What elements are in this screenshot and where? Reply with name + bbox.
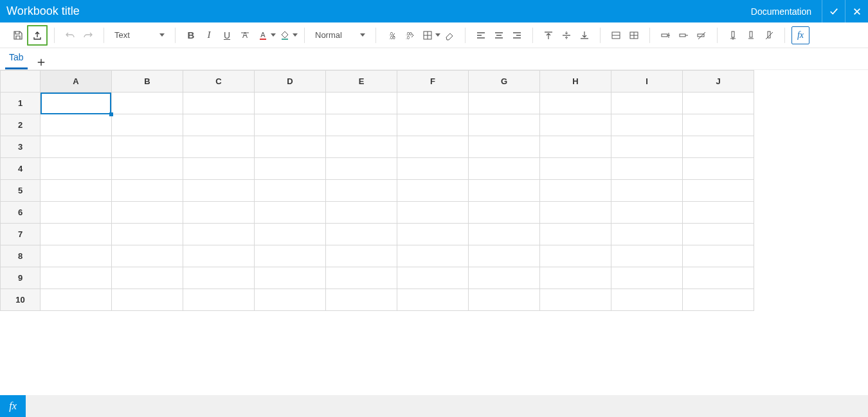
cell[interactable] bbox=[469, 158, 540, 180]
row-header[interactable]: 3 bbox=[1, 136, 41, 158]
cell[interactable] bbox=[540, 224, 611, 245]
cell[interactable] bbox=[112, 267, 183, 289]
font-color-button[interactable]: A bbox=[254, 26, 276, 44]
clear-format-button[interactable] bbox=[440, 26, 458, 44]
column-header[interactable]: J bbox=[683, 71, 754, 93]
align-left-button[interactable] bbox=[472, 26, 490, 44]
cell[interactable] bbox=[112, 289, 183, 311]
column-header[interactable]: F bbox=[397, 71, 469, 93]
cell[interactable] bbox=[41, 180, 112, 202]
cell[interactable] bbox=[683, 202, 754, 224]
cell[interactable] bbox=[255, 136, 326, 158]
cell[interactable] bbox=[397, 93, 469, 114]
cell[interactable] bbox=[112, 245, 183, 267]
selection-handle[interactable] bbox=[109, 112, 113, 116]
cell[interactable] bbox=[183, 114, 255, 136]
cell[interactable] bbox=[540, 267, 611, 289]
column-header[interactable]: G bbox=[469, 71, 540, 93]
cell[interactable] bbox=[41, 136, 112, 158]
cell[interactable] bbox=[469, 202, 540, 224]
unmerge-cells-button[interactable] bbox=[625, 26, 643, 44]
cell[interactable] bbox=[611, 136, 683, 158]
decrease-decimal-button[interactable]: .0.00 bbox=[383, 26, 401, 44]
cell[interactable] bbox=[397, 245, 469, 267]
cell[interactable] bbox=[683, 224, 754, 245]
undo-button[interactable] bbox=[61, 26, 79, 44]
cell[interactable] bbox=[41, 289, 112, 311]
cell[interactable] bbox=[683, 180, 754, 202]
cell[interactable] bbox=[683, 93, 754, 114]
column-header[interactable]: E bbox=[326, 71, 397, 93]
increase-decimal-button[interactable]: .00.0 bbox=[401, 26, 419, 44]
cell[interactable] bbox=[41, 267, 112, 289]
cell[interactable] bbox=[183, 224, 255, 245]
cell[interactable] bbox=[326, 180, 397, 202]
font-family-select[interactable]: Text bbox=[111, 27, 168, 44]
fill-color-button[interactable] bbox=[276, 26, 298, 44]
cell[interactable] bbox=[112, 180, 183, 202]
cell[interactable] bbox=[183, 267, 255, 289]
cell[interactable] bbox=[326, 158, 397, 180]
strikethrough-button[interactable]: A bbox=[236, 26, 254, 44]
sheet-tab-active[interactable]: Tab bbox=[5, 48, 28, 69]
cell[interactable] bbox=[611, 202, 683, 224]
formula-button[interactable]: fx bbox=[791, 26, 809, 44]
cell[interactable] bbox=[397, 136, 469, 158]
cell[interactable] bbox=[611, 180, 683, 202]
cell[interactable] bbox=[255, 93, 326, 114]
cell[interactable] bbox=[183, 245, 255, 267]
row-header[interactable]: 1 bbox=[1, 93, 41, 114]
cell[interactable] bbox=[183, 158, 255, 180]
cell[interactable] bbox=[683, 158, 754, 180]
italic-button[interactable]: I bbox=[200, 26, 218, 44]
cell[interactable] bbox=[183, 93, 255, 114]
cell[interactable] bbox=[611, 245, 683, 267]
cell[interactable] bbox=[611, 224, 683, 245]
hide-row-button[interactable] bbox=[692, 26, 710, 44]
cell[interactable] bbox=[183, 180, 255, 202]
cell[interactable] bbox=[540, 245, 611, 267]
delete-row-button[interactable] bbox=[674, 26, 692, 44]
cell[interactable] bbox=[41, 93, 112, 114]
cell[interactable] bbox=[469, 180, 540, 202]
row-header[interactable]: 2 bbox=[1, 114, 41, 136]
row-header[interactable]: 9 bbox=[1, 267, 41, 289]
cell[interactable] bbox=[397, 114, 469, 136]
bold-button[interactable]: B bbox=[182, 26, 200, 44]
confirm-button[interactable] bbox=[822, 0, 845, 22]
merge-cells-button[interactable] bbox=[607, 26, 625, 44]
cell[interactable] bbox=[611, 267, 683, 289]
cell[interactable] bbox=[683, 136, 754, 158]
hide-column-button[interactable] bbox=[760, 26, 778, 44]
add-sheet-button[interactable] bbox=[33, 55, 50, 69]
cell[interactable] bbox=[112, 224, 183, 245]
cell[interactable] bbox=[683, 245, 754, 267]
cell[interactable] bbox=[540, 136, 611, 158]
cell[interactable] bbox=[41, 224, 112, 245]
cell[interactable] bbox=[183, 202, 255, 224]
cell[interactable] bbox=[326, 224, 397, 245]
cell[interactable] bbox=[326, 245, 397, 267]
select-all-corner[interactable] bbox=[1, 71, 41, 93]
cell[interactable] bbox=[326, 267, 397, 289]
save-button[interactable] bbox=[9, 26, 27, 44]
cell[interactable] bbox=[540, 114, 611, 136]
cell[interactable] bbox=[183, 289, 255, 311]
cell[interactable] bbox=[611, 158, 683, 180]
cell[interactable] bbox=[255, 202, 326, 224]
cell[interactable] bbox=[41, 245, 112, 267]
cell[interactable] bbox=[255, 289, 326, 311]
redo-button[interactable] bbox=[79, 26, 97, 44]
cell[interactable] bbox=[112, 158, 183, 180]
cell[interactable] bbox=[112, 136, 183, 158]
cell[interactable] bbox=[255, 224, 326, 245]
cell[interactable] bbox=[397, 267, 469, 289]
cell[interactable] bbox=[540, 180, 611, 202]
row-header[interactable]: 5 bbox=[1, 180, 41, 202]
column-header[interactable]: B bbox=[112, 71, 183, 93]
cell[interactable] bbox=[540, 158, 611, 180]
cell[interactable] bbox=[540, 289, 611, 311]
cell[interactable] bbox=[611, 114, 683, 136]
cell[interactable] bbox=[683, 289, 754, 311]
row-header[interactable]: 6 bbox=[1, 202, 41, 224]
